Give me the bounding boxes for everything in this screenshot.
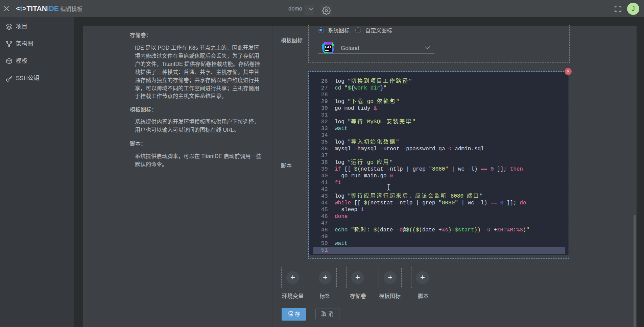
svg-text:GO: GO xyxy=(325,45,331,49)
